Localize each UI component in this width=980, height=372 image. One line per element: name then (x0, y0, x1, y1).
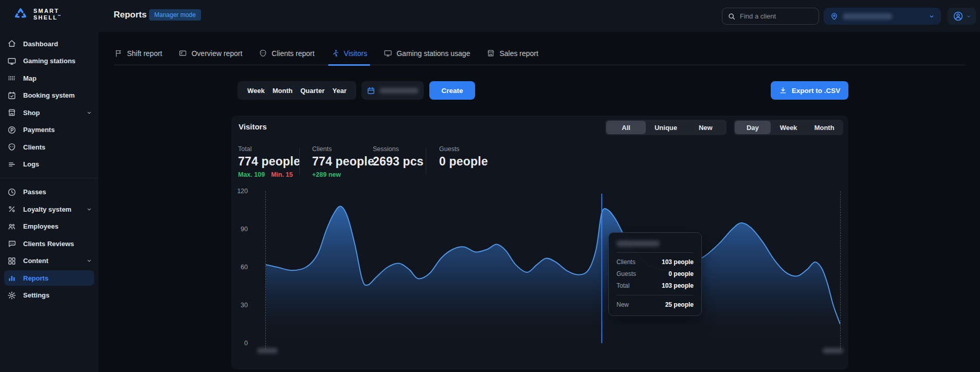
location-select[interactable] (824, 8, 941, 25)
sidebar-item-label: Map (23, 75, 37, 82)
tooltip-value: 25 people (665, 301, 694, 308)
toggle-new[interactable]: New (686, 121, 725, 134)
visitors-area-chart[interactable] (266, 191, 840, 343)
sidebar-item-employees[interactable]: Employees (0, 219, 98, 234)
sidebar-item-label: Booking system (23, 91, 75, 99)
tab-gaming-stations-usage[interactable]: Gaming stations usage (384, 49, 470, 58)
tooltip-label: Total (616, 282, 629, 289)
stat-label: Sessions (373, 145, 424, 153)
search-input[interactable] (740, 12, 807, 20)
tab-label: Overview report (191, 49, 242, 58)
tooltip-value: 0 people (668, 270, 694, 277)
create-button[interactable]: Create (429, 81, 475, 100)
client-search[interactable] (722, 8, 819, 25)
chart-tooltip: Clients 103 people Guests 0 people Total… (608, 232, 702, 316)
tooltip-row: Total 103 people (616, 282, 694, 289)
tab-clients-report[interactable]: Clients report (259, 49, 314, 58)
sidebar-item-logs[interactable]: Logs (0, 157, 98, 172)
sidebar-item-label: Gaming stations (23, 57, 76, 65)
top-bar: SMART SHELL™ Reports Manager mode (0, 0, 980, 32)
gear-icon (7, 291, 16, 300)
y-tick: 120 (231, 188, 248, 195)
tab-overview-report[interactable]: Overview report (178, 49, 242, 58)
stat-new: +289 new (312, 171, 341, 178)
sidebar-item-passes[interactable]: Passes (0, 184, 98, 200)
sidebar-item-settings[interactable]: Settings (0, 288, 98, 303)
tooltip-label: New (616, 301, 629, 308)
sidebar-item-clients-reviews[interactable]: Clients Reviews (0, 236, 98, 251)
sidebar-item-loyalty-system[interactable]: Loyalty system (0, 201, 98, 217)
preset-week[interactable]: Week (247, 87, 265, 95)
sidebar-item-booking-system[interactable]: Booking system (0, 88, 98, 103)
export-csv-button[interactable]: Export to .CSV (771, 81, 848, 100)
toggle-unique[interactable]: Unique (646, 121, 685, 134)
calendar-icon (367, 86, 375, 95)
sidebar-item-label: Shop (23, 109, 40, 117)
sidebar-item-reports[interactable]: Reports (4, 270, 94, 286)
panel-title: Visitors (239, 122, 267, 131)
tooltip-date-redacted (616, 240, 660, 247)
sidebar-item-clients[interactable]: Clients (0, 139, 98, 155)
location-name-redacted (843, 13, 892, 20)
walker-icon (331, 49, 340, 58)
monitor-icon (384, 49, 392, 58)
payment-icon (7, 125, 16, 135)
sidebar-item-label: Dashboard (23, 40, 58, 48)
preset-year[interactable]: Year (332, 87, 346, 95)
stat-divider (299, 147, 300, 175)
x-axis-end-label-redacted (823, 348, 843, 354)
stat-value: 774 people (238, 155, 300, 169)
percent-icon (7, 204, 16, 214)
sidebar-item-gaming-stations[interactable]: Gaming stations (0, 53, 98, 69)
stat-value: 0 people (439, 155, 488, 169)
date-range-redacted (379, 88, 419, 94)
toggle-week[interactable]: Week (771, 121, 807, 134)
y-tick: 60 (231, 264, 248, 271)
tooltip-label: Clients (616, 258, 636, 266)
toggle-all[interactable]: All (606, 121, 646, 134)
flag-icon (114, 49, 123, 58)
account-menu-button[interactable] (948, 8, 976, 25)
sidebar-item-map[interactable]: Map (0, 70, 98, 86)
chevron-down-icon (929, 13, 935, 20)
sidebar-item-content[interactable]: Content (0, 253, 98, 269)
custom-date-range-picker[interactable] (361, 81, 424, 100)
manager-mode-badge: Manager mode (149, 9, 201, 21)
storefront-icon (486, 49, 495, 58)
date-range-presets: Week Month Quarter Year (238, 81, 356, 100)
preset-quarter[interactable]: Quarter (300, 87, 324, 95)
sidebar-divider (0, 178, 98, 178)
chevron-down-icon (86, 207, 92, 212)
people-icon (7, 222, 16, 231)
tab-label: Shift report (127, 49, 162, 58)
tooltip-footer-row: New 25 people (616, 301, 694, 308)
toggle-day[interactable]: Day (735, 121, 771, 134)
tab-shift-report[interactable]: Shift report (114, 49, 162, 58)
y-tick: 90 (231, 226, 248, 233)
export-label: Export to .CSV (792, 87, 841, 95)
tab-visitors[interactable]: Visitors (331, 49, 368, 58)
tab-label: Clients report (271, 49, 314, 58)
y-tick: 0 (231, 340, 248, 347)
sidebar-item-label: Content (23, 257, 48, 265)
sidebar-item-shop[interactable]: Shop (0, 105, 98, 120)
app-window: SMART SHELL™ Reports Manager mode Dashbo… (0, 0, 980, 372)
calendar-check-icon (7, 91, 16, 100)
x-axis-start-label-redacted (257, 348, 278, 354)
page-title: Reports (114, 10, 147, 20)
tab-sales-report[interactable]: Sales report (486, 49, 538, 58)
sidebar-item-dashboard[interactable]: Dashboard (0, 36, 98, 51)
smartshell-logo-icon (12, 7, 29, 22)
y-tick: 30 (231, 302, 248, 309)
sidebar-item-label: Passes (23, 188, 46, 196)
toggle-month[interactable]: Month (806, 121, 842, 134)
range-end-dashed-line (840, 191, 841, 349)
tab-label: Gaming stations usage (396, 49, 470, 58)
preset-month[interactable]: Month (273, 87, 293, 95)
chevron-down-icon (86, 258, 92, 264)
tooltip-divider (616, 252, 694, 253)
download-icon (779, 86, 787, 95)
sidebar-item-payments[interactable]: Payments (0, 122, 98, 138)
chevron-down-icon (966, 14, 971, 19)
clock-icon (7, 188, 16, 197)
